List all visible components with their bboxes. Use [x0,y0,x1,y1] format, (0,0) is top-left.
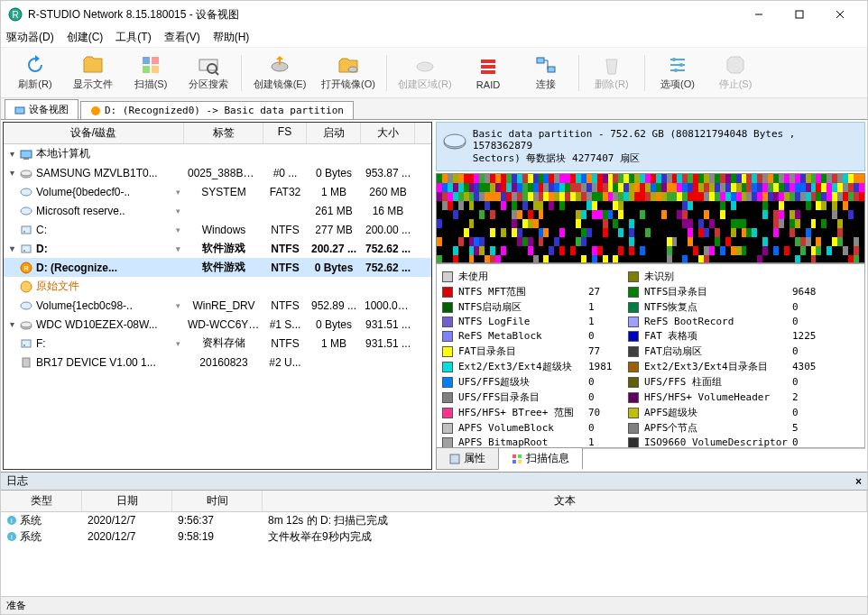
legend-value: 4305 [792,361,828,372]
createregion-button[interactable]: 创建区域(R) [391,50,459,96]
stop-button[interactable]: 停止(S) [706,50,764,96]
table-row[interactable]: F:▾资料存储NTFS1 MB931.51 ... [4,334,431,353]
svg-point-25 [679,63,683,67]
legend-label: ISO9660 VolumeDescriptor [644,436,789,448]
openimg-button[interactable]: 打开镜像(O) [314,50,383,96]
svg-rect-55 [518,460,522,464]
menu-view[interactable]: 查看(V) [164,30,200,45]
log-hdr-type[interactable]: 类型 [1,491,82,511]
scan-map[interactable] [436,173,865,263]
showfiles-button[interactable]: 显示文件 [64,50,122,96]
menu-create[interactable]: 创建(C) [67,30,104,45]
hdr-start[interactable]: 启动 [307,123,361,143]
legend-swatch [628,377,639,388]
svg-point-47 [23,344,25,346]
svg-text:R: R [12,10,18,20]
legend-value: 0 [588,376,624,388]
table-row[interactable]: RD: (Recognize...软件游戏NTFS0 Bytes752.62 .… [4,258,431,277]
log-row[interactable]: i 系统2020/12/79:58:19文件枚举在9秒内完成 [1,528,867,545]
connect-button[interactable]: 连接 [517,50,575,96]
log-pane: 日志× 类型 日期 时间 文本 i 系统2020/12/79:56:378m 1… [1,472,867,596]
maximize-button[interactable] [779,2,819,28]
tab-device-view[interactable]: 设备视图 [5,99,78,119]
hdr-label[interactable]: 标签 [184,123,263,143]
tab-properties[interactable]: 属性 [436,447,499,470]
menu-tools[interactable]: 工具(T) [115,30,151,45]
scan-button[interactable]: 扫描(S) [122,50,180,96]
menubar: 驱动器(D) 创建(C) 工具(T) 查看(V) 帮助(H) [1,28,867,48]
table-row[interactable]: ▾本地计算机 [4,144,431,163]
log-hdr-date[interactable]: 日期 [82,491,172,511]
table-row[interactable]: Volume{0bedecf0-..▾SYSTEMFAT321 MB260 MB [4,182,431,201]
legend-label: 未识别 [644,270,789,283]
partsearch-button[interactable]: 分区搜索 [180,50,237,96]
toolbar-sep [241,55,242,91]
table-row[interactable]: ▾WDC WD10EZEX-08W...WD-WCC6Y6...#1 S...0… [4,315,431,334]
toolbar: 刷新(R) 显示文件 扫描(S) 分区搜索 创建镜像(E) 打开镜像(O) 创建… [1,48,867,98]
legend-label: FAT 表格项 [644,329,789,343]
options-button[interactable]: 选项(O) [649,50,706,96]
legend-label: NTFS恢复点 [644,300,789,314]
legend-label: NTFS MFT范围 [458,285,585,298]
delete-button[interactable]: 删除(R) [583,50,641,96]
close-button[interactable] [819,2,860,28]
legend-value: 5 [792,422,828,434]
titlebar: R R-STUDIO Network 8.15.180015 - 设备视图 [1,1,867,28]
tab-scaninfo[interactable]: 扫描信息 [498,447,583,470]
menu-drive[interactable]: 驱动器(D) [6,30,54,45]
createimg-button[interactable]: 创建镜像(E) [245,50,314,96]
log-row[interactable]: i 系统2020/12/79:56:378m 12s 的 D: 扫描已完成 [1,512,867,528]
svg-rect-48 [23,358,30,367]
table-row[interactable]: C:▾WindowsNTFS277 MB200.00 ... [4,220,431,239]
svg-rect-28 [15,107,24,114]
svg-line-12 [216,72,218,75]
table-row[interactable]: ▾SAMSUNG MZVLB1T0...0025_388B_9...#0 ...… [4,163,431,182]
scan-label: 扫描(S) [134,78,168,91]
legend-label: Ext2/Ext3/Ext4超级块 [458,360,585,373]
table-row[interactable]: Microsoft reserve..▾261 MB16 MB [4,201,431,220]
legend-value: 1 [588,301,624,313]
svg-point-14 [348,67,357,72]
table-row[interactable]: 原始文件 [4,277,431,296]
log-close-icon[interactable]: × [855,475,862,488]
svg-rect-38 [22,245,31,252]
legend-swatch [628,287,639,298]
svg-point-15 [417,62,433,71]
legend-label: FAT目录条目 [458,344,585,358]
legend-value: 1 [588,316,624,327]
tab-device-view-label: 设备视图 [29,103,69,116]
legend-value: 0 [588,330,624,342]
log-hdr-text[interactable]: 文本 [263,491,867,511]
refresh-button[interactable]: 刷新(R) [6,50,64,96]
menu-help[interactable]: 帮助(H) [213,30,250,45]
svg-rect-7 [152,57,159,64]
table-row[interactable]: BR17 DEVICE V1.00 1...20160823#2 U... [4,353,431,372]
legend-label: APFS个节点 [644,421,789,435]
createimg-label: 创建镜像(E) [254,78,307,91]
svg-rect-36 [22,226,31,234]
tab-scaninfo-label: 扫描信息 [526,451,569,466]
openimg-label: 打开镜像(O) [321,78,375,91]
legend-swatch [442,392,453,403]
svg-rect-53 [518,454,522,458]
legend-label: Ext2/Ext3/Ext4目录条目 [644,360,789,373]
hdr-size[interactable]: 大小 [361,123,415,143]
legend-value: 1981 [588,361,624,372]
toolbar-sep [386,55,387,91]
legend-swatch [442,377,453,388]
legend-value: 1 [588,436,624,448]
minimize-button[interactable] [738,2,779,28]
raid-button[interactable]: RAID [459,50,517,96]
hdr-fs[interactable]: FS [263,123,307,143]
legend-swatch [628,271,639,282]
legend-swatch [442,317,453,327]
legend-label: APFS超级块 [644,406,789,419]
tab-recognized[interactable]: D: (Recognized0) -> Basic data partition [80,101,354,119]
table-row[interactable]: Volume{1ecb0c98-..▾WinRE_DRVNTFS952.89 .… [4,296,431,315]
log-title: 日志 [6,473,28,489]
hdr-device[interactable]: 设备/磁盘 [4,123,184,143]
table-row[interactable]: ▾D:▾软件游戏NTFS200.27 ...752.62 ... [4,239,431,258]
legend-swatch [442,271,453,282]
legend-label: ReFS BootRecord [644,316,789,327]
log-hdr-time[interactable]: 时间 [172,491,263,511]
